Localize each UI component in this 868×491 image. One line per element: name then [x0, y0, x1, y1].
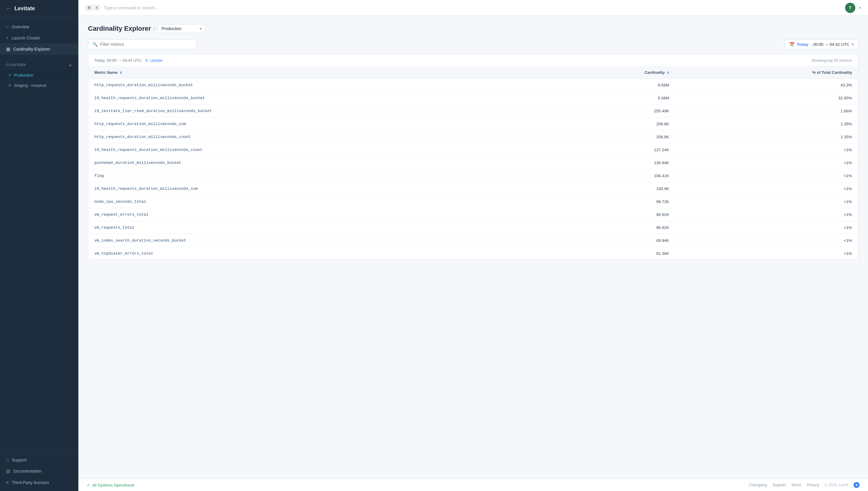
- cluster-item-production[interactable]: ≡ Production: [0, 70, 78, 80]
- metric-name-cell: node_cpu_seconds_total: [94, 199, 146, 204]
- sidebar-footer-label: Support: [12, 458, 27, 462]
- launch-cluster-icon: +: [6, 35, 9, 40]
- table-row[interactable]: vm_requests_total 96.92K <1%: [88, 221, 858, 234]
- table-row[interactable]: l9_health_requests_duration_milliseconds…: [88, 92, 858, 105]
- status-check-icon: ✓: [87, 483, 90, 487]
- status-text: All Systems Operational: [92, 483, 134, 487]
- metric-name-sort-icon: ⬆: [120, 71, 122, 75]
- sidebar-item-third-party-licenses[interactable]: ≡ Third-Party licenses: [0, 477, 78, 488]
- cardinality-cell: 208.8K: [656, 122, 669, 126]
- col-cardinality-label: Cardinality: [644, 70, 665, 75]
- page-title: Cardinality Explorer: [88, 25, 151, 32]
- pct-cell: 1.35%: [841, 135, 852, 139]
- pct-cell: <1%: [844, 225, 852, 230]
- cluster-label: Staging - nonprod: [14, 83, 46, 88]
- breadcrumb-separator: ›: [153, 26, 155, 31]
- table-row[interactable]: l9_health_requests_duration_milliseconds…: [88, 143, 858, 156]
- col-metric-name[interactable]: Metric Name ⬆: [88, 66, 546, 79]
- copyright: © 2024, Last9: [824, 483, 848, 487]
- table-row[interactable]: flag 106.41K <1%: [88, 169, 858, 182]
- cardinality-cell: 6.68M: [658, 83, 669, 87]
- col-pct-total[interactable]: % of Total Cardinality: [675, 66, 858, 79]
- clusters-label: CLUSTERS: [6, 63, 26, 66]
- sidebar-item-overview[interactable]: ○ Overview: [0, 21, 78, 32]
- table-row[interactable]: pushdown_duration_milliseconds_bucket 13…: [88, 156, 858, 169]
- update-button[interactable]: ↻ Update: [145, 58, 163, 63]
- list-icon: ≡: [8, 83, 11, 88]
- filter-search-icon: 🔍: [92, 42, 97, 47]
- table-row[interactable]: vm_index_search_duration_seconds_bucket …: [88, 234, 858, 247]
- calendar-icon: 📅: [789, 42, 794, 47]
- filter-row: 🔍 📅 Today , 00:00 → 04:42 UTC ▾: [88, 39, 858, 49]
- breadcrumb: Cardinality Explorer › Production ▾: [88, 24, 858, 33]
- metric-name-cell: l9_health_requests_duration_milliseconds…: [94, 148, 202, 152]
- pct-cell: 1.35%: [841, 122, 852, 126]
- avatar[interactable]: T: [845, 3, 855, 13]
- table-row[interactable]: vm_request_errors_total 96.92K <1%: [88, 208, 858, 221]
- sidebar-item-label: Overview: [12, 24, 29, 29]
- date-today-label: Today: [797, 42, 809, 47]
- sidebar-item-launch-cluster[interactable]: + Launch Cluster: [0, 32, 78, 44]
- footer: ✓ All Systems Operational Changelog Supp…: [78, 479, 868, 491]
- col-metric-name-label: Metric Name: [94, 70, 117, 75]
- metric-name-cell: vm_index_search_duration_seconds_bucket: [94, 238, 186, 243]
- cardinality-cell: 98.72K: [656, 199, 669, 204]
- cardinality-cell: 255.49K: [654, 109, 669, 113]
- cluster-selector[interactable]: Production ▾: [157, 24, 205, 33]
- date-filter-chevron-icon: ▾: [852, 42, 854, 47]
- clusters-header[interactable]: CLUSTERS ▲: [0, 60, 78, 70]
- sidebar-nav: ○ Overview+ Launch Cluster▦ Cardinality …: [0, 18, 78, 58]
- pct-cell: <1%: [844, 148, 852, 152]
- privacy-link[interactable]: Privacy: [807, 483, 819, 487]
- col-pct-label: % of Total Cardinality: [812, 70, 852, 75]
- sidebar-item-support[interactable]: □ Support: [0, 454, 78, 465]
- cardinality-cell: 69.94K: [656, 238, 669, 243]
- table-meta-row: Today, 00:00 → 04:42 UTC ↻ Update Showin…: [88, 55, 858, 66]
- pct-cell: <1%: [844, 174, 852, 178]
- terms-link[interactable]: Terms: [791, 483, 802, 487]
- pct-cell: <1%: [844, 199, 852, 204]
- changelog-link[interactable]: Changelog: [749, 483, 767, 487]
- pct-cell: 43.3%: [841, 83, 852, 87]
- table-row[interactable]: http_requests_duration_milliseconds_coun…: [88, 131, 858, 143]
- sidebar-header: ← Levitate: [0, 0, 78, 18]
- clusters-chevron-icon: ▲: [68, 63, 72, 67]
- clusters-section: CLUSTERS ▲ ≡ Production≡ Staging - nonpr…: [0, 58, 78, 92]
- metric-name-cell: flag: [94, 174, 104, 178]
- date-filter[interactable]: 📅 Today , 00:00 → 04:42 UTC ▾: [785, 39, 858, 49]
- sidebar-footer: □ Support▤ Documentation≡ Third-Party li…: [0, 451, 78, 491]
- user-menu-chevron-icon[interactable]: ▾: [859, 6, 861, 10]
- topbar: ⌘ K Type a command or search... T ▾: [78, 0, 868, 16]
- table-body: http_requests_duration_milliseconds_buck…: [88, 79, 858, 260]
- table-row[interactable]: http_requests_duration_milliseconds_buck…: [88, 79, 858, 92]
- pct-cell: 32.95%: [838, 96, 852, 100]
- metric-name-cell: pushdown_duration_milliseconds_bucket: [94, 161, 181, 165]
- cardinality-cell: 96.92K: [656, 212, 669, 217]
- table-row[interactable]: http_requests_duration_milliseconds_sum …: [88, 117, 858, 131]
- sidebar-footer-label: Third-Party licenses: [12, 480, 49, 485]
- cluster-selector-chevron-icon: ▾: [199, 26, 202, 31]
- table-row[interactable]: vm_tcpdialer_errors_total 61.36K <1%: [88, 247, 858, 260]
- col-cardinality[interactable]: Cardinality ⬇: [546, 66, 675, 79]
- table-meta-time: Today, 00:00 → 04:42 UTC: [94, 58, 142, 63]
- pct-cell: <1%: [844, 186, 852, 191]
- cluster-item-staging-nonprod[interactable]: ≡ Staging - nonprod: [0, 80, 78, 90]
- search-placeholder[interactable]: Type a command or search...: [104, 5, 841, 10]
- footer-links: Changelog Support Terms Privacy © 2024, …: [749, 482, 860, 488]
- sidebar-item-label: Launch Cluster: [12, 35, 40, 40]
- cardinality-cell: 5.08M: [658, 96, 669, 100]
- sidebar-item-documentation[interactable]: ▤ Documentation: [0, 465, 78, 477]
- cardinality-cell: 106.41K: [654, 174, 669, 178]
- support-link[interactable]: Support: [773, 483, 786, 487]
- cardinality-cell: 100.9K: [656, 186, 669, 191]
- sidebar-item-cardinality-explorer[interactable]: ▦ Cardinality Explorer: [0, 44, 78, 55]
- table-row[interactable]: node_cpu_seconds_total 98.72K <1%: [88, 195, 858, 208]
- back-icon[interactable]: ←: [6, 5, 11, 12]
- filter-input[interactable]: [100, 42, 192, 47]
- metric-name-cell: vm_request_errors_total: [94, 212, 148, 217]
- metric-name-cell: l9_health_requests_duration_milliseconds…: [94, 96, 205, 100]
- list-icon: ≡: [8, 73, 11, 78]
- table-row[interactable]: l9_levitate_tier_read_duration_milliseco…: [88, 105, 858, 117]
- metric-name-cell: http_requests_duration_milliseconds_coun…: [94, 135, 191, 139]
- table-row[interactable]: l9_health_requests_duration_milliseconds…: [88, 182, 858, 195]
